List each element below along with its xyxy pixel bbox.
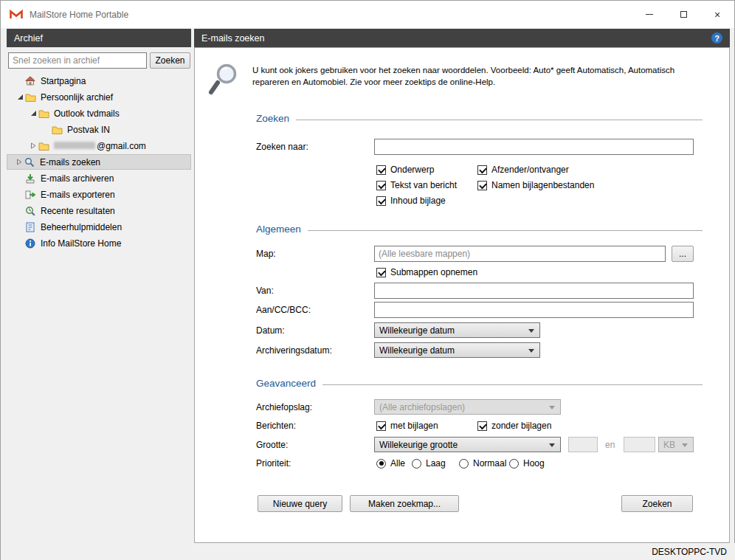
tree-item-label: Postvak IN (65, 125, 110, 135)
tree-item-label: Recente resultaten (38, 206, 115, 216)
intro-text: U kunt ook jokers gebruiken voor het zoe… (252, 64, 705, 88)
datum-dropdown[interactable]: Willekeurige datum (374, 322, 540, 338)
tree-item-label: E-mails zoeken (38, 157, 100, 167)
sidebar-header-title: Archief (14, 33, 43, 44)
checkbox-zonder-bijlagen[interactable]: zonder bijlagen (477, 421, 551, 431)
maximize-icon (680, 11, 687, 18)
tree-item-label: E-mails archiveren (38, 173, 114, 184)
radio-label: Laag (426, 458, 446, 469)
minimize-button[interactable] (632, 1, 666, 28)
expand-arrow-icon[interactable] (29, 110, 38, 117)
tree-item-label: @gmail.com (52, 141, 146, 151)
grootte-dropdown[interactable]: Willekeurige grootte (374, 437, 561, 452)
checkbox-submappen-opnemen[interactable]: Submappen opnemen (376, 267, 477, 277)
radio-laag[interactable]: Laag (412, 458, 446, 469)
home-icon (25, 76, 38, 86)
maken-zoekmap-button[interactable]: Maken zoekmap... (350, 495, 459, 512)
archiefopslag-label: Archiefopslag: (256, 402, 312, 412)
nieuwe-query-button[interactable]: Nieuwe query (258, 495, 342, 512)
folder-icon (52, 125, 65, 134)
archiveringsdatum-dropdown[interactable]: Willekeurige datum (374, 342, 540, 358)
app-logo-icon (9, 7, 24, 22)
van-label: Van: (256, 286, 274, 296)
recent-icon (25, 206, 38, 216)
checkbox-label: Inhoud bijlage (390, 196, 446, 206)
radio-hoog[interactable]: Hoog (509, 458, 545, 469)
sidebar-item-outlook-tvdmails[interactable]: Outlook tvdmails (7, 106, 191, 121)
archiefopslag-dropdown: (Alle archiefopslagen) (374, 399, 561, 415)
checkbox-tekst-van-bericht[interactable]: Tekst van bericht (376, 180, 457, 190)
tree-item-label: E-mails exporteren (38, 190, 115, 200)
section-rule (296, 120, 703, 120)
section-geavanceerd: Geavanceerd (256, 378, 703, 389)
tree-item-label: Outlook tvdmails (52, 108, 120, 119)
section-rule (308, 230, 703, 231)
expand-arrow-icon[interactable] (15, 159, 24, 165)
archiveringsdatum-label: Archiveringsdatum: (256, 345, 332, 356)
search-form-panel: U kunt ook jokers gebruiken voor het zoe… (194, 47, 730, 543)
expand-arrow-icon[interactable] (29, 142, 38, 149)
sidebar-search-input[interactable] (8, 52, 147, 69)
section-title: Geavanceerd (256, 378, 316, 389)
zoeken-button[interactable]: Zoeken (621, 495, 693, 512)
sidebar-item-info-mailstore[interactable]: Info MailStore Home (7, 235, 191, 251)
zoeken-naar-label: Zoeken naar: (256, 142, 308, 152)
sidebar-item-persoonlijk-archief[interactable]: Persoonlijk archief (7, 89, 191, 105)
sidebar-item-emails-zoeken[interactable]: E-mails zoeken (7, 154, 191, 170)
main-header-title: E-mails zoeken (201, 33, 264, 44)
folder-icon (38, 142, 52, 151)
checkbox-icon (376, 268, 386, 277)
magnifier-icon (208, 63, 241, 100)
tools-icon (25, 222, 38, 232)
sidebar-item-emails-exporteren[interactable]: E-mails exporteren (7, 187, 191, 202)
folder-icon (25, 93, 38, 102)
title-bar: MailStore Home Portable × (1, 1, 734, 28)
checkbox-inhoud-bijlage[interactable]: Inhoud bijlage (376, 196, 446, 206)
checkbox-icon (477, 421, 487, 431)
radio-normaal[interactable]: Normaal (459, 458, 506, 469)
checkbox-icon (376, 421, 386, 431)
checkbox-onderwerp[interactable]: Onderwerp (376, 165, 434, 175)
dropdown-value: (Alle archiefopslagen) (379, 402, 465, 412)
sidebar-item-postvak-in[interactable]: Postvak IN (7, 122, 191, 137)
close-icon: × (714, 10, 720, 20)
main-header: E-mails zoeken ? (194, 29, 730, 47)
size-max-input (624, 437, 655, 452)
checkbox-icon (477, 165, 487, 175)
radio-label: Normaal (473, 458, 506, 469)
checkbox-label: met bijlagen (390, 421, 438, 431)
export-icon (25, 190, 38, 200)
radio-icon (376, 459, 386, 469)
folder-icon (38, 109, 52, 118)
app-window: MailStore Home Portable × Archief E-mail… (0, 0, 735, 560)
maximize-button[interactable] (666, 1, 700, 28)
zoeken-naar-input[interactable] (374, 139, 694, 155)
berichten-label: Berichten: (256, 421, 296, 431)
radio-icon (459, 459, 469, 469)
close-button[interactable]: × (700, 1, 734, 28)
map-browse-button[interactable]: ... (672, 246, 694, 262)
dropdown-value: Willekeurige datum (379, 325, 455, 336)
radio-icon (412, 459, 421, 469)
archive-icon (25, 173, 38, 184)
section-title: Zoeken (256, 113, 289, 124)
checkbox-met-bijlagen[interactable]: met bijlagen (376, 421, 438, 431)
sidebar-item-startpagina[interactable]: Startpagina (7, 73, 191, 89)
map-input[interactable] (374, 246, 666, 262)
expand-arrow-icon[interactable] (15, 94, 25, 100)
help-icon[interactable]: ? (711, 32, 722, 44)
van-input[interactable] (374, 283, 694, 299)
checkbox-afzender-ontvanger[interactable]: Afzender/ontvanger (477, 165, 569, 175)
tree-item-label: Startpagina (38, 76, 86, 86)
checkbox-label: Onderwerp (390, 165, 434, 175)
radio-label: Hoog (523, 458, 545, 469)
checkbox-namen-bijlagenbestanden[interactable]: Namen bijlagenbestanden (477, 180, 594, 190)
sidebar-item-beheerhulpmiddelen[interactable]: Beheerhulpmiddelen (7, 219, 191, 235)
sidebar-item-recente-resultaten[interactable]: Recente resultaten (7, 203, 191, 218)
radio-alle[interactable]: Alle (376, 458, 405, 469)
sidebar-header: Archief (7, 29, 191, 47)
sidebar-search-button[interactable]: Zoeken (150, 52, 190, 69)
sidebar-item-emails-archiveren[interactable]: E-mails archiveren (7, 170, 191, 186)
sidebar-item-gmail-account[interactable]: @gmail.com (7, 138, 191, 153)
aan-cc-bcc-input[interactable] (374, 302, 694, 318)
